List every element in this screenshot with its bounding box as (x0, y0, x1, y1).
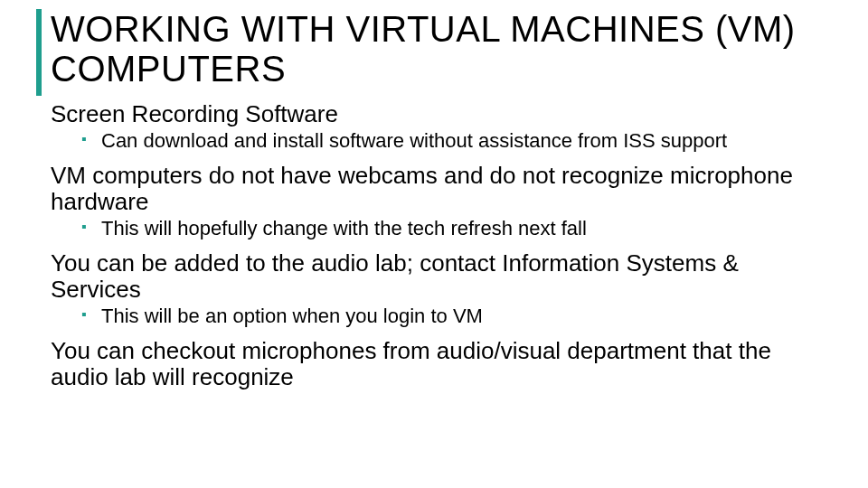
section-lead: You can be added to the audio lab; conta… (51, 250, 832, 303)
slide-body: Screen Recording Software Can download a… (51, 101, 832, 390)
title-accent-bar (36, 9, 42, 96)
section-bullets: This will hopefully change with the tech… (51, 217, 832, 241)
section-lead: Screen Recording Software (51, 101, 832, 127)
section-bullets: This will be an option when you login to… (51, 305, 832, 329)
section-lead: VM computers do not have webcams and do … (51, 163, 832, 215)
bullet-item: Can download and install software withou… (81, 129, 832, 154)
section-bullets: Can download and install software withou… (51, 129, 832, 154)
bullet-item: This will be an option when you login to… (81, 305, 832, 329)
slide: WORKING WITH VIRTUAL MACHINES (VM) COMPU… (0, 0, 868, 488)
section-lead: You can checkout microphones from audio/… (51, 338, 832, 390)
bullet-item: This will hopefully change with the tech… (81, 217, 832, 241)
slide-title: WORKING WITH VIRTUAL MACHINES (VM) COMPU… (51, 9, 832, 89)
